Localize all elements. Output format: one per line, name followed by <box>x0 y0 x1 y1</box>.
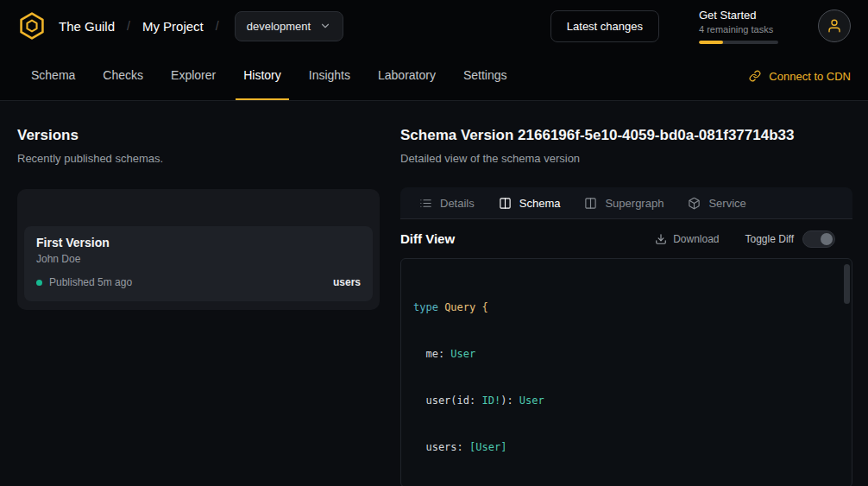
nav-tab-history[interactable]: History <box>236 52 289 100</box>
versions-subtitle: Recently published schemas. <box>17 152 380 165</box>
schema-version-title: Schema Version 2166196f-5e10-4059-bd0a-0… <box>400 127 852 144</box>
diff-view-actions: Download Toggle Diff <box>655 230 835 248</box>
get-started-widget[interactable]: Get Started 4 remaining tasks <box>699 9 778 44</box>
tab-supergraph-label: Supergraph <box>605 197 664 210</box>
environment-selector[interactable]: development <box>235 11 343 41</box>
version-title: First Version <box>36 236 361 249</box>
header-actions: Latest changes Get Started 4 remaining t… <box>550 9 851 44</box>
hive-logo-icon[interactable] <box>17 11 47 41</box>
versions-panel: Versions Recently published schemas. Fir… <box>17 101 380 486</box>
get-started-progress-bar <box>699 41 778 44</box>
code-token: User <box>450 348 475 360</box>
breadcrumb-separator: / <box>127 19 130 33</box>
main-nav: Schema Checks Explorer History Insights … <box>0 52 868 101</box>
box-icon <box>688 197 701 210</box>
latest-changes-button[interactable]: Latest changes <box>550 10 659 42</box>
columns-icon <box>499 197 512 210</box>
code-line: users: [User] <box>413 439 840 455</box>
tab-schema[interactable]: Schema <box>487 187 573 218</box>
toggle-diff-label: Toggle Diff <box>745 233 794 245</box>
nav-tab-insights[interactable]: Insights <box>301 52 358 100</box>
project-name[interactable]: My Project <box>142 19 204 34</box>
versions-title: Versions <box>17 127 380 144</box>
code-token: type <box>413 301 444 313</box>
nav-tab-checks[interactable]: Checks <box>95 52 151 100</box>
breadcrumb-separator: / <box>216 19 219 33</box>
scrollbar-track <box>843 261 850 485</box>
get-started-title: Get Started <box>699 9 778 22</box>
toggle-diff-knob <box>821 233 833 245</box>
versions-list: First Version John Doe Published 5m ago … <box>17 189 380 310</box>
schema-version-subtitle: Detailed view of the schema version <box>400 152 852 165</box>
version-status-text: Published 5m ago <box>49 276 132 288</box>
version-service-badge: users <box>333 276 361 288</box>
user-avatar[interactable] <box>818 9 851 42</box>
main-content: Versions Recently published schemas. Fir… <box>0 101 868 486</box>
tab-details[interactable]: Details <box>407 187 487 218</box>
code-token: ): <box>500 394 519 407</box>
published-status-dot <box>36 280 42 286</box>
environment-selected-value: development <box>247 20 311 33</box>
nav-tab-laboratory[interactable]: Laboratory <box>370 52 443 100</box>
code-token: Query <box>444 301 475 313</box>
tab-details-label: Details <box>440 197 475 210</box>
code-line: me: User <box>413 346 840 362</box>
tab-service[interactable]: Service <box>676 187 758 218</box>
breadcrumb: The Guild / My Project / development <box>17 11 343 41</box>
tab-schema-label: Schema <box>519 197 561 210</box>
tab-service-label: Service <box>708 197 745 210</box>
version-list-item[interactable]: First Version John Doe Published 5m ago … <box>24 226 373 301</box>
connect-to-cdn-label: Connect to CDN <box>769 70 851 83</box>
tab-supergraph[interactable]: Supergraph <box>572 187 676 218</box>
schema-sdl-code: type Query { me: User user(id: ID!): Use… <box>401 259 852 486</box>
scrollbar-thumb[interactable] <box>844 264 850 304</box>
diff-view-title: Diff View <box>400 231 455 246</box>
nav-tab-schema[interactable]: Schema <box>23 52 83 100</box>
download-icon <box>655 233 667 245</box>
connect-to-cdn-button[interactable]: Connect to CDN <box>749 52 851 100</box>
app-header: The Guild / My Project / development Lat… <box>0 0 868 52</box>
diff-view-header: Diff View Download Toggle Diff <box>400 219 852 258</box>
org-name[interactable]: The Guild <box>59 19 115 34</box>
nav-tab-settings[interactable]: Settings <box>456 52 515 100</box>
code-token: user(id: <box>413 394 481 407</box>
schema-sdl-viewer: type Query { me: User user(id: ID!): Use… <box>400 258 852 486</box>
code-token: users: <box>413 441 469 453</box>
get-started-progress-fill <box>699 41 723 44</box>
code-line: type Query { <box>413 300 840 315</box>
code-token: me: <box>413 348 450 360</box>
code-line: user(id: ID!): User <box>413 393 840 408</box>
columns-icon <box>584 197 597 210</box>
chevron-down-icon <box>319 20 331 32</box>
list-icon <box>419 197 432 210</box>
code-token: User <box>519 394 544 407</box>
version-author: John Doe <box>36 253 361 265</box>
get-started-subtitle: 4 remaining tasks <box>699 24 778 35</box>
code-token: [User] <box>469 441 506 453</box>
nav-tab-explorer[interactable]: Explorer <box>163 52 223 100</box>
download-label: Download <box>673 233 719 245</box>
schema-version-panel: Schema Version 2166196f-5e10-4059-bd0a-0… <box>400 101 852 486</box>
code-token: ID! <box>481 394 500 407</box>
schema-version-tabs: Details Schema Supergraph <box>400 187 852 219</box>
toggle-diff-switch[interactable] <box>802 230 835 248</box>
link-icon <box>749 70 761 82</box>
version-status-row: Published 5m ago users <box>36 276 361 288</box>
code-token: { <box>475 301 487 313</box>
download-button[interactable]: Download <box>655 233 719 245</box>
user-icon <box>827 18 842 34</box>
